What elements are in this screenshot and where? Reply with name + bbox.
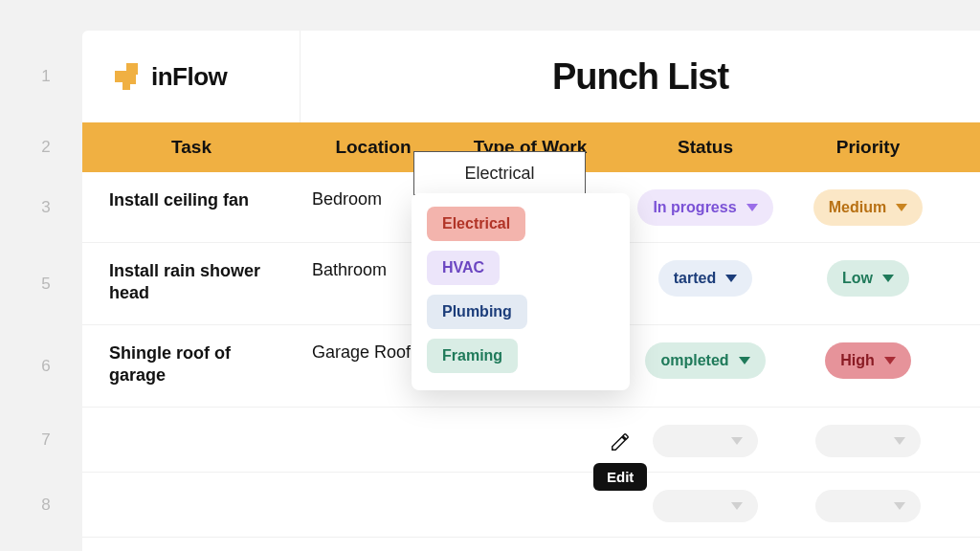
task-cell[interactable]: Shingle roof of garage [82,325,301,386]
priority-pill[interactable] [815,425,921,457]
chevron-down-icon [746,204,758,211]
brand-name: inFlow [151,62,227,92]
chevron-down-icon [894,502,905,510]
edit-control: Edit [593,427,647,491]
task-cell[interactable]: Install ceiling fan [82,172,301,211]
type-cell[interactable] [446,408,614,425]
dropdown-option-plumbing[interactable]: Plumbing [427,295,527,329]
priority-pill[interactable]: High [825,342,911,379]
priority-cell[interactable] [796,408,940,457]
location-cell[interactable] [301,408,446,425]
brand-logo-cell: inFlow [82,31,301,122]
svg-rect-3 [122,82,130,90]
pencil-icon [610,431,631,452]
svg-rect-0 [115,71,126,82]
priority-label: High [840,352,875,369]
column-header-priority[interactable]: Priority [796,137,940,158]
location-cell[interactable] [301,473,446,490]
chevron-down-icon [882,275,894,282]
status-cell[interactable]: In progress [614,172,796,226]
status-pill[interactable] [653,425,758,457]
dropdown-option-electrical[interactable]: Electrical [427,207,525,241]
priority-label: Low [842,270,873,287]
priority-pill[interactable]: Medium [813,189,923,226]
chevron-down-icon [725,275,737,282]
active-cell-type[interactable]: Electrical [413,151,586,195]
chevron-down-icon [894,437,905,445]
chevron-down-icon [731,502,743,510]
header-row: inFlow Punch List [82,31,980,122]
type-cell[interactable] [446,473,614,490]
edit-tooltip: Edit [593,463,647,491]
status-label: tarted [674,270,716,287]
row-number[interactable]: 6 [10,325,82,408]
active-cell-value: Electrical [464,164,534,184]
page-title: Punch List [552,56,728,98]
task-cell[interactable] [82,473,301,490]
task-cell[interactable]: Install rain shower head [82,243,301,303]
table-row[interactable] [82,408,980,473]
chevron-down-icon [884,357,896,364]
row-number[interactable]: 1 [10,31,82,122]
row-number[interactable]: 7 [10,408,82,473]
dropdown-option-hvac[interactable]: HVAC [427,251,500,285]
status-pill[interactable] [653,490,758,522]
priority-label: Medium [829,199,886,216]
status-cell[interactable]: tarted [614,243,796,297]
chevron-down-icon [739,357,750,364]
chevron-down-icon [896,204,907,211]
spreadsheet-view: 1 2 3 5 6 7 8 inFlow Punch [0,0,980,551]
edit-button[interactable] [601,427,639,457]
status-cell[interactable]: ompleted [614,325,796,379]
table-row[interactable] [82,473,980,538]
status-label: In progress [653,199,736,216]
task-cell[interactable] [82,408,301,425]
priority-pill[interactable] [815,490,921,522]
column-header-status[interactable]: Status [614,137,796,158]
priority-cell[interactable]: Low [796,243,940,297]
svg-rect-1 [126,63,138,75]
column-header-task[interactable]: Task [82,137,301,158]
inflow-logo-icon [109,57,147,96]
chevron-down-icon [731,437,743,445]
row-number[interactable]: 8 [10,473,82,538]
priority-cell[interactable]: Medium [796,172,940,226]
priority-pill[interactable]: Low [827,260,909,297]
status-pill[interactable]: ompleted [645,342,765,379]
row-number[interactable]: 5 [10,243,82,325]
status-pill[interactable]: tarted [658,260,752,297]
status-label: ompleted [660,352,728,369]
priority-cell[interactable]: High [796,325,940,379]
row-number[interactable]: 3 [10,172,82,243]
row-number[interactable]: 2 [10,122,82,172]
row-number-gutter: 1 2 3 5 6 7 8 [10,31,82,538]
dropdown-option-framing[interactable]: Framing [427,339,518,373]
type-dropdown[interactable]: Electrical HVAC Plumbing Framing [412,193,630,390]
priority-cell[interactable] [796,473,940,522]
status-pill[interactable]: In progress [637,189,772,226]
page-title-cell: Punch List [301,31,980,122]
